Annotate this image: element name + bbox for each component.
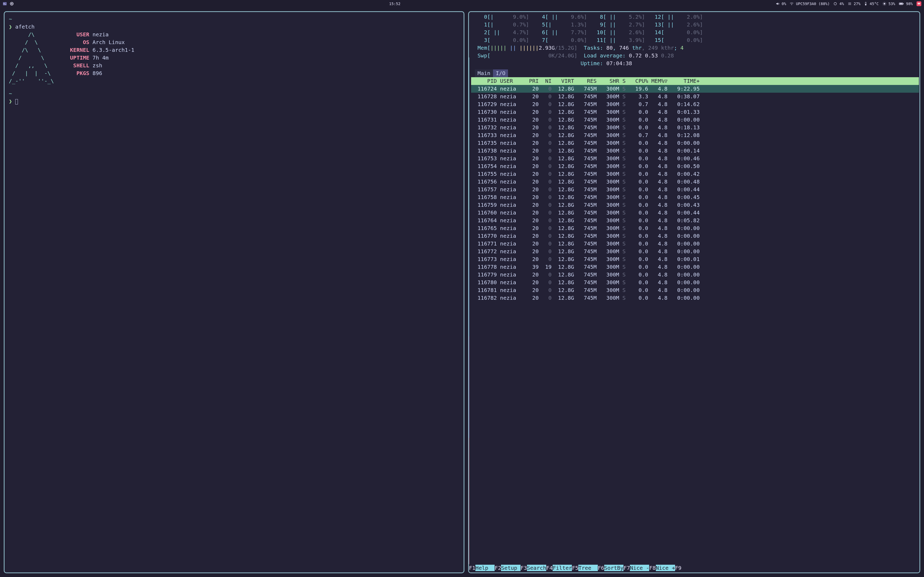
process-row[interactable]: 116778 nezia 39 19 12.8G 745M 300M S 0.0… — [471, 263, 919, 271]
cwd-tilde: ~ — [9, 16, 12, 22]
terminal-right-htop[interactable]: 0[| 9.0%] 4[ || 9.6%] 8[ || 5.2%] 12[ ||… — [468, 11, 920, 573]
temperature-indicator[interactable]: 45°C — [864, 2, 879, 6]
process-row[interactable]: 116733 nezia 20 0 12.8G 745M 300M S 0.7 … — [471, 131, 919, 139]
process-row[interactable]: 116782 nezia 20 0 12.8G 745M 300M S 0.0 … — [471, 294, 919, 302]
process-row[interactable]: 116772 nezia 20 0 12.8G 745M 300M S 0.0 … — [471, 248, 919, 255]
cpu-indicator[interactable]: 4% — [834, 2, 844, 6]
process-row[interactable]: 116732 nezia 20 0 12.8G 745M 300M S 0.0 … — [471, 124, 919, 131]
process-row[interactable]: 116780 nezia 20 0 12.8G 745M 300M S 0.0 … — [471, 279, 919, 286]
battery-indicator[interactable]: 98% — [899, 2, 913, 6]
cpu-meters: 0[| 9.0%] 4[ || 9.6%] 8[ || 5.2%] 12[ ||… — [471, 13, 919, 44]
process-row[interactable]: 116760 nezia 20 0 12.8G 745M 300M S 0.0 … — [471, 209, 919, 217]
process-row[interactable]: 116738 nezia 20 0 12.8G 745M 300M S 0.0 … — [471, 147, 919, 155]
process-row[interactable]: 116759 nezia 20 0 12.8G 745M 300M S 0.0 … — [471, 201, 919, 209]
status-bar: 15:52 0% UPC59F3A0 (88%) 4% 27% 45°C 53% — [0, 0, 924, 8]
svg-line-22 — [883, 5, 884, 5]
process-row[interactable]: 116765 nezia 20 0 12.8G 745M 300M S 0.0 … — [471, 224, 919, 232]
svg-line-20 — [885, 5, 886, 5]
cwd-tilde-2: ~ — [9, 90, 12, 97]
clock[interactable]: 15:52 — [389, 2, 401, 6]
process-header[interactable]: PID USER PRI NI VIRT RES SHR S CPU% MEM%… — [471, 77, 919, 85]
tab-main[interactable]: Main — [475, 69, 493, 77]
svg-rect-12 — [866, 2, 866, 4]
svg-point-13 — [865, 4, 866, 5]
wifi-indicator[interactable]: UPC59F3A0 (88%) — [790, 2, 830, 6]
memory-meters: Mem[||||| || ||||||2.93G/15.2G] Tasks: 8… — [471, 44, 919, 67]
process-row[interactable]: 116779 nezia 20 0 12.8G 745M 300M S 0.0 … — [471, 271, 919, 279]
svg-rect-24 — [900, 3, 903, 4]
process-row[interactable]: 116756 nezia 20 0 12.8G 745M 300M S 0.0 … — [471, 178, 919, 185]
svg-rect-25 — [903, 3, 904, 4]
discord-icon[interactable] — [916, 2, 921, 6]
brightness-indicator[interactable]: 53% — [882, 2, 895, 6]
process-row[interactable]: 116754 nezia 20 0 12.8G 745M 300M S 0.0 … — [471, 163, 919, 170]
process-row[interactable]: 116771 nezia 20 0 12.8G 745M 300M S 0.0 … — [471, 240, 919, 248]
process-row[interactable]: 116755 nezia 20 0 12.8G 745M 300M S 0.0 … — [471, 170, 919, 178]
prompt-symbol: ❯ — [9, 24, 15, 30]
svg-line-21 — [885, 2, 886, 3]
svg-point-27 — [918, 3, 919, 4]
process-row[interactable]: 116753 nezia 20 0 12.8G 745M 300M S 0.0 … — [471, 155, 919, 163]
svg-point-14 — [884, 3, 885, 4]
afetch-output: /\ USER nezia / \ OS Arch Linux /\ \ KER… — [9, 31, 459, 85]
svg-point-7 — [792, 4, 792, 5]
command-typed: afetch — [15, 24, 34, 30]
process-row[interactable]: 116773 nezia 20 0 12.8G 745M 300M S 0.0 … — [471, 255, 919, 263]
process-row[interactable]: 116731 nezia 20 0 12.8G 745M 300M S 0.0 … — [471, 116, 919, 124]
svg-point-4 — [11, 3, 13, 4]
terminal-left[interactable]: ~ ❯ afetch /\ USER nezia / \ OS Arch Lin… — [4, 11, 464, 573]
process-row[interactable]: 116770 nezia 20 0 12.8G 745M 300M S 0.0 … — [471, 232, 919, 240]
volume-indicator[interactable]: 0% — [775, 2, 786, 6]
svg-line-19 — [883, 2, 884, 3]
process-row[interactable]: 116757 nezia 20 0 12.8G 745M 300M S 0.0 … — [471, 185, 919, 193]
process-row[interactable]: 116764 nezia 20 0 12.8G 745M 300M S 0.0 … — [471, 217, 919, 224]
process-row[interactable]: 116729 nezia 20 0 12.8G 745M 300M S 0.7 … — [471, 100, 919, 108]
process-row[interactable]: 116735 nezia 20 0 12.8G 745M 300M S 0.0 … — [471, 139, 919, 147]
process-row[interactable]: 116781 nezia 20 0 12.8G 745M 300M S 0.0 … — [471, 286, 919, 294]
process-row[interactable]: 116730 nezia 20 0 12.8G 745M 300M S 0.0 … — [471, 108, 919, 116]
scrollbar-indicator[interactable] — [468, 57, 469, 564]
terminal-icon[interactable] — [3, 2, 7, 6]
prompt-symbol-2: ❯ — [9, 98, 15, 105]
process-list[interactable]: 116724 nezia 20 0 12.8G 745M 300M S 19.6… — [471, 85, 919, 572]
tab-io[interactable]: I/O — [493, 69, 508, 77]
process-row[interactable]: 116724 nezia 20 0 12.8G 745M 300M S 19.6… — [471, 85, 919, 93]
process-row[interactable]: 116728 nezia 20 0 12.8G 745M 300M S 3.3 … — [471, 93, 919, 100]
process-row[interactable]: 116758 nezia 20 0 12.8G 745M 300M S 0.0 … — [471, 193, 919, 201]
cursor-icon — [15, 99, 18, 105]
mem-indicator[interactable]: 27% — [848, 2, 861, 6]
svg-rect-0 — [3, 2, 7, 5]
svg-point-28 — [919, 3, 920, 4]
obs-icon[interactable] — [10, 2, 14, 6]
function-key-bar[interactable]: F1Help F2Setup F3SearchF4FilterF5Tree F6… — [469, 564, 919, 572]
